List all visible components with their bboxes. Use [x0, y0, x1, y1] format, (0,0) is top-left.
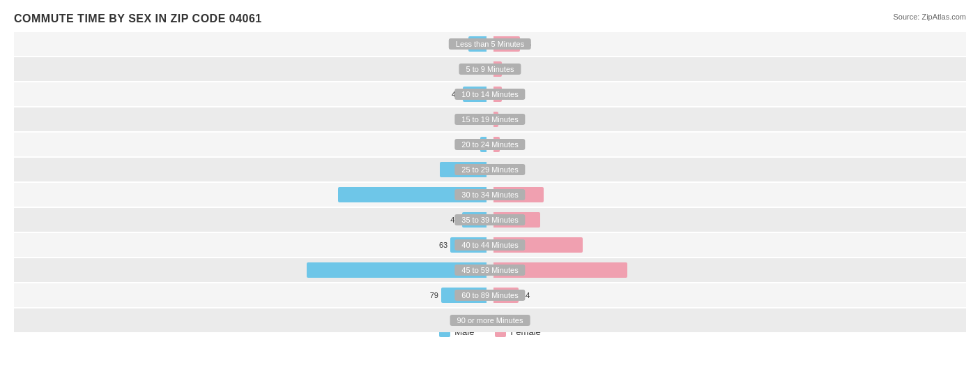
- right-section: 9: [490, 107, 966, 131]
- bar-row: 6340 to 44 Minutes155: [14, 233, 966, 257]
- left-section: 43: [14, 208, 490, 232]
- right-section: 14: [490, 82, 966, 106]
- row-label: 35 to 39 Minutes: [454, 214, 525, 225]
- left-section: 63: [14, 233, 490, 257]
- bar-row: 015 to 19 Minutes9: [14, 107, 966, 131]
- row-label: 60 to 89 Minutes: [454, 290, 525, 301]
- left-section: 0: [14, 107, 490, 131]
- male-value: 79: [430, 291, 438, 299]
- chart-container: COMMUTE TIME BY SEX IN ZIP CODE 04061 So…: [0, 0, 980, 365]
- right-section: 233: [490, 258, 966, 282]
- row-label: 5 to 9 Minutes: [459, 64, 521, 75]
- left-section: 259: [14, 183, 490, 207]
- right-section: 155: [490, 233, 966, 257]
- row-label: 40 to 44 Minutes: [454, 239, 525, 251]
- right-section: 46: [490, 32, 966, 56]
- bar-row: 7960 to 89 Minutes44: [14, 283, 966, 307]
- bar-row: 31Less than 5 Minutes46: [14, 32, 966, 56]
- row-label: 45 to 59 Minutes: [454, 265, 525, 276]
- row-label: 30 to 34 Minutes: [454, 189, 525, 200]
- chart-title: COMMUTE TIME BY SEX IN ZIP CODE 04061: [14, 13, 966, 25]
- row-label: Less than 5 Minutes: [449, 38, 531, 50]
- bar-row: 090 or more Minutes0: [14, 308, 966, 332]
- right-section: 0: [490, 158, 966, 181]
- row-label: 25 to 29 Minutes: [454, 164, 525, 175]
- right-section: 0: [490, 308, 966, 332]
- row-label: 10 to 14 Minutes: [454, 89, 525, 100]
- male-value: 63: [439, 241, 447, 249]
- right-section: 88: [490, 183, 966, 207]
- right-section: 11: [490, 133, 966, 156]
- left-section: 313: [14, 258, 490, 282]
- chart-area: 31Less than 5 Minutes4605 to 9 Minutes14…: [14, 32, 966, 308]
- bar-row: 4335 to 39 Minutes81: [14, 208, 966, 232]
- right-section: 81: [490, 208, 966, 232]
- left-section: 0: [14, 308, 490, 332]
- bar-row: 05 to 9 Minutes14: [14, 57, 966, 81]
- left-section: 31: [14, 32, 490, 56]
- right-section: 14: [490, 57, 966, 81]
- row-label: 90 or more Minutes: [450, 315, 530, 326]
- left-section: 81: [14, 158, 490, 181]
- bar-row: 31345 to 59 Minutes233: [14, 258, 966, 282]
- bar-row: 1120 to 24 Minutes11: [14, 133, 966, 156]
- bar-row: 25930 to 34 Minutes88: [14, 183, 966, 207]
- bar-row: 8125 to 29 Minutes0: [14, 158, 966, 181]
- row-label: 15 to 19 Minutes: [454, 114, 525, 125]
- bar-row: 4110 to 14 Minutes14: [14, 82, 966, 106]
- row-label: 20 to 24 Minutes: [454, 139, 525, 150]
- left-section: 79: [14, 283, 490, 307]
- right-section: 44: [490, 283, 966, 307]
- source-label: Source: ZipAtlas.com: [893, 13, 966, 21]
- left-section: 11: [14, 133, 490, 156]
- left-section: 41: [14, 82, 490, 106]
- left-section: 0: [14, 57, 490, 81]
